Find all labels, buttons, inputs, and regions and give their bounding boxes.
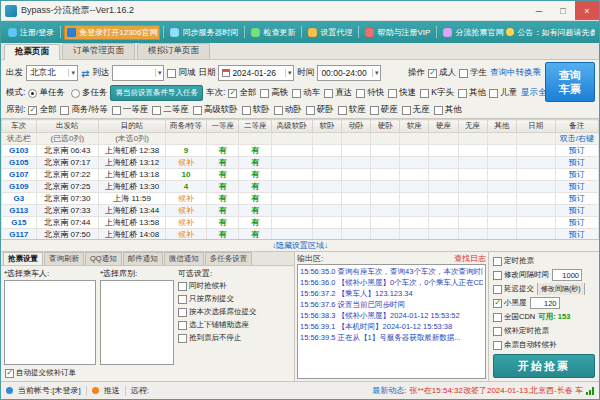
toolbar-item[interactable]: 检查更新 [248,25,298,40]
seat-type-checkbox[interactable]: 全部 [28,104,56,116]
table-row[interactable]: G3北京南 07:30上海 11:59候补有有预订 [2,193,599,205]
setting-checkbox[interactable]: 定时抢票 [493,256,534,266]
passenger-listbox[interactable] [4,280,96,365]
train-type-checkbox[interactable]: 直达 [324,87,352,99]
option-checkbox[interactable]: 选上下铺辅助选座 [178,320,291,330]
main-tab[interactable]: 抢票页面 [4,44,60,60]
seat-type-checkbox[interactable]: 一等座 [112,104,149,116]
toolbar-item[interactable]: 设置代理 [305,25,355,40]
option-checkbox[interactable]: 同时抢候补 [178,281,291,291]
column-header: 软卧 [312,120,341,133]
book-link[interactable]: 预订 [569,218,585,227]
setting-checkbox[interactable]: 小黑屋 [493,298,527,308]
train-type-checkbox[interactable]: 动车 [292,87,320,99]
setting-checkbox[interactable]: 候补定时抢票 [493,326,549,336]
search-tickets-button[interactable]: 查询车票 [545,62,595,102]
train-type-checkbox[interactable]: 特快 [356,87,384,99]
book-link[interactable]: 预订 [569,230,585,239]
left-tab[interactable]: 多任务设置 [205,252,253,265]
toolbar-item[interactable]: 同步服务器时间 [167,25,241,40]
setting-button[interactable]: 修改间隔(秒) [537,283,585,295]
left-tab[interactable]: 查询刷新 [44,252,84,265]
setting-input[interactable]: 120 [530,297,560,309]
toolbar-item[interactable]: 帮助与注册VIP [362,25,433,40]
checkbox-icon [493,341,502,350]
option-checkbox[interactable]: 抢到票后不停止 [178,333,291,343]
swap-stations-icon[interactable]: ⇄ [81,68,89,79]
bottom-option-checkbox[interactable]: 自动提交候补订单 [5,368,76,378]
close-button[interactable]: × [575,1,599,20]
table-row[interactable]: G105北京南 07:17上海虹桥 13:12候补有有预订 [2,157,599,169]
transfer-link[interactable]: 查询中转换乘 [490,67,541,79]
from-select[interactable]: 北京北 ▾ [26,65,78,81]
time-select[interactable]: 00:00-24:00 ▾ [317,65,381,81]
child-checkbox[interactable]: 儿童 [489,87,517,99]
seat-type-checkbox[interactable]: 硬卧 [306,104,334,116]
main-tab[interactable]: 订单管理页面 [62,43,135,59]
train-type-checkbox[interactable]: K字头 [420,87,454,99]
book-link[interactable]: 预订 [569,206,585,215]
mode-radio[interactable]: 多任务 [71,87,108,99]
seat-type-checkbox[interactable]: 其他 [434,104,462,116]
start-grab-button[interactable]: 开始抢票 [493,354,595,378]
setting-checkbox[interactable]: 余票自动转候补 [493,340,557,350]
student-checkbox[interactable]: 学生 [459,67,487,79]
log-box[interactable]: 15:56:35.0 查询有座车次，查询43个车次，本次查询时间417毫秒，15… [297,264,486,379]
setting-checkbox[interactable]: 延迟提交 [493,284,534,294]
log-line: 15:56:37.2 【乘车人】123.123.34 [300,288,483,299]
table-row[interactable]: G15北京南 07:44上海虹桥 13:58候补有有预订 [2,217,599,229]
to-select[interactable]: ▾ [112,65,164,81]
maximize-button[interactable]: □ [551,1,575,20]
book-link[interactable]: 预订 [569,194,585,203]
push-label[interactable]: 推送 [104,385,120,396]
left-tab[interactable]: QQ通知 [85,252,122,265]
setting-checkbox[interactable]: 全国CDN [493,312,535,322]
date-select[interactable]: 2024-01-26 ▾ [218,65,294,81]
adult-checkbox[interactable]: 成人 [428,67,456,79]
left-tab[interactable]: 抢票设置 [3,252,43,265]
table-row[interactable]: G113北京南 07:33上海虹桥 13:44候补有有预订 [2,205,599,217]
minimize-button[interactable]: ─ [527,1,551,20]
seat-type-checkbox[interactable]: 硬座 [370,104,398,116]
seat-type-checkbox[interactable]: 软座 [338,104,366,116]
toolbar-item[interactable]: 免登录打开12306官网 [64,25,160,40]
setting-input[interactable]: 1000 [552,269,582,281]
toolbar-item[interactable]: 注册/登录 [5,25,57,40]
main-tab[interactable]: 模拟订单页面 [137,43,210,59]
book-link[interactable]: 预订 [569,170,585,179]
find-log-link[interactable]: 查找日志 [454,253,486,264]
train-type-checkbox[interactable]: 其他 [458,87,486,99]
option-checkbox[interactable]: 只按席别提交 [178,294,291,304]
left-tab[interactable]: 邮件通知 [123,252,163,265]
seat-type-checkbox[interactable]: 无座 [402,104,430,116]
left-tab[interactable]: 微信通知 [164,252,204,265]
table-row[interactable]: G117北京南 07:50上海虹桥 14:08候补有有预订 [2,229,599,241]
table-row[interactable]: G109北京南 07:25上海虹桥 13:304有有预订 [2,181,599,193]
seat-type-checkbox[interactable]: 动卧 [274,104,302,116]
mode-radio[interactable]: 单任务 [28,87,65,99]
train-type-checkbox[interactable]: 高铁 [260,87,288,99]
setting-checkbox[interactable]: 修改间隔时间 [493,270,549,280]
toolbar-item[interactable]: 分流抢票官网 [440,25,506,40]
book-link[interactable]: 预订 [569,146,585,155]
train-type-checkbox[interactable]: 快速 [388,87,416,99]
book-link[interactable]: 预订 [569,158,585,167]
train-type-checkbox[interactable]: 全部 [228,87,256,99]
import-task-button[interactable]: 将当前设置条件导入任务 [110,85,203,101]
seat-cell [429,169,458,181]
seat-type-checkbox[interactable]: 二等座 [152,104,189,116]
seat-listbox[interactable] [100,280,174,365]
option-checkbox[interactable]: 按本次选择席位提交 [178,307,291,317]
seat-type-checkbox[interactable]: 软卧 [242,104,270,116]
table-row[interactable]: G107北京南 07:22上海虹桥 13:1810有有预订 [2,169,599,181]
same-city-label: 同城 [178,67,195,79]
table-row[interactable]: G103北京南 06:43上海虹桥 12:389有有预订 [2,145,599,157]
radio-icon [28,89,37,98]
seat-cell: 有 [239,145,271,157]
seat-cell [458,181,487,193]
seat-type-checkbox[interactable]: 商务/特等 [60,104,107,116]
hide-settings-link[interactable]: ↓隐藏设置区域↓ [272,241,328,250]
seat-type-checkbox[interactable]: 高级软卧 [193,104,238,116]
book-link[interactable]: 预订 [569,182,585,191]
same-city-checkbox[interactable]: 同城 [167,67,195,79]
